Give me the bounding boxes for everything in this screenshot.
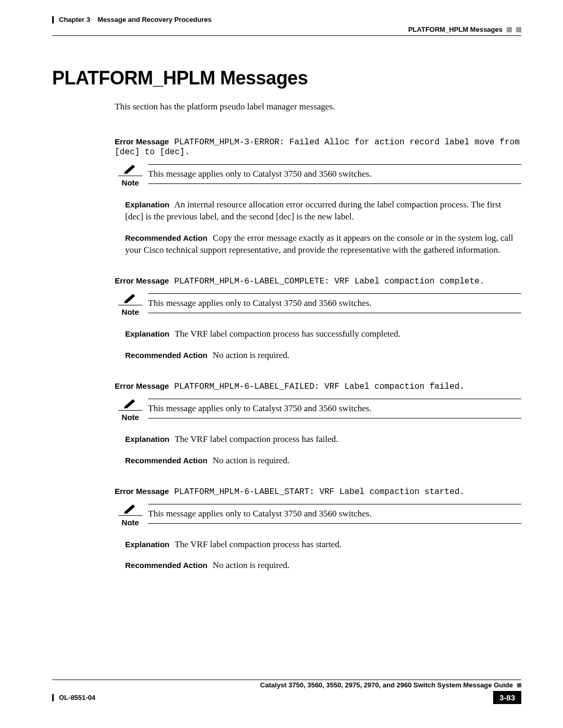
error-message-label: Error Message xyxy=(115,137,169,146)
error-message-line: Error Message PLATFORM_HPLM-3-ERROR: Fai… xyxy=(115,137,521,157)
note-label: Note xyxy=(118,515,142,527)
error-message-label: Error Message xyxy=(115,381,169,390)
footer-guide-title: Catalyst 3750, 3560, 3550, 2975, 2970, a… xyxy=(260,681,513,689)
header-square-icon xyxy=(507,27,512,32)
explanation-para: Explanation An internal resource allocat… xyxy=(125,199,521,223)
error-message-code: PLATFORM_HPLM-6-LABEL_START: VRF Label c… xyxy=(174,487,464,497)
pencil-icon xyxy=(124,164,137,175)
recommended-action-label: Recommended Action xyxy=(125,561,207,570)
note-label: Note xyxy=(118,305,142,316)
explanation-label: Explanation xyxy=(125,200,169,209)
error-message-line: Error Message PLATFORM_HPLM-6-LABEL_FAIL… xyxy=(115,381,521,391)
footer-doc-id: OL-8551-04 xyxy=(59,694,95,701)
running-header: Chapter 3 Message and Recovery Procedure… xyxy=(52,16,521,23)
note-row: Note This message applies only to Cataly… xyxy=(115,164,521,188)
note-text: This message applies only to Catalyst 37… xyxy=(148,399,521,418)
explanation-label: Explanation xyxy=(125,329,169,338)
error-message-code: PLATFORM_HPLM-6-LABEL_FAILED: VRF Label … xyxy=(174,382,464,391)
intro-text: This section has the platform pseudo lab… xyxy=(115,102,521,112)
chapter-title: Message and Recovery Procedures xyxy=(97,16,212,23)
explanation-para: Explanation The VRF label compaction pro… xyxy=(125,328,521,340)
note-text: This message applies only to Catalyst 37… xyxy=(148,164,521,184)
error-message-label: Error Message xyxy=(115,487,169,496)
explanation-para: Explanation The VRF label compaction pro… xyxy=(125,539,521,551)
explanation-text: The VRF label compaction process has fai… xyxy=(175,434,338,444)
header-rule xyxy=(52,16,54,23)
note-row: Note This message applies only to Cataly… xyxy=(115,293,521,317)
explanation-text: The VRF label compaction process has sta… xyxy=(175,539,341,549)
pencil-icon xyxy=(124,504,137,514)
recommended-action-label: Recommended Action xyxy=(125,351,207,360)
message-block: Error Message PLATFORM_HPLM-3-ERROR: Fai… xyxy=(115,137,521,256)
page-footer: Catalyst 3750, 3560, 3550, 2975, 2970, a… xyxy=(52,680,521,704)
pencil-icon xyxy=(124,293,137,304)
message-block: Error Message PLATFORM_HPLM-6-LABEL_FAIL… xyxy=(115,381,521,467)
recommended-action-label: Recommended Action xyxy=(125,233,207,242)
recommended-action-para: Recommended Action No action is required… xyxy=(125,350,521,362)
error-message-line: Error Message PLATFORM_HPLM-6-LABEL_STAR… xyxy=(115,487,521,497)
recommended-action-para: Recommended Action No action is required… xyxy=(125,455,521,467)
footer-rule xyxy=(52,694,54,701)
recommended-action-text: No action is required. xyxy=(213,350,289,360)
recommended-action-para: Recommended Action Copy the error messag… xyxy=(125,232,521,256)
section-title: PLATFORM_HPLM Messages xyxy=(408,26,503,33)
message-block: Error Message PLATFORM_HPLM-6-LABEL_STAR… xyxy=(115,487,521,572)
pencil-icon xyxy=(124,399,137,409)
recommended-action-para: Recommended Action No action is required… xyxy=(125,560,521,572)
recommended-action-label: Recommended Action xyxy=(125,456,207,465)
note-row: Note This message applies only to Cataly… xyxy=(115,504,521,527)
error-message-code: PLATFORM_HPLM-6-LABEL_COMPLETE: VRF Labe… xyxy=(174,277,484,286)
recommended-action-text: No action is required. xyxy=(213,560,289,570)
note-label: Note xyxy=(118,410,142,422)
footer-square-icon xyxy=(517,683,521,687)
explanation-label: Explanation xyxy=(125,540,169,549)
message-block: Error Message PLATFORM_HPLM-6-LABEL_COMP… xyxy=(115,276,521,362)
note-label: Note xyxy=(118,176,142,187)
error-message-code: PLATFORM_HPLM-3-ERROR: Failed Alloc for … xyxy=(115,138,520,157)
page-number-badge: 3-83 xyxy=(493,691,521,704)
recommended-action-text: No action is required. xyxy=(213,455,289,465)
header-square-icon xyxy=(516,27,521,32)
note-text: This message applies only to Catalyst 37… xyxy=(148,293,521,313)
page-title: PLATFORM_HPLM Messages xyxy=(52,67,521,89)
section-header-row: PLATFORM_HPLM Messages xyxy=(52,26,521,36)
chapter-number: Chapter 3 xyxy=(59,16,90,23)
note-row: Note This message applies only to Cataly… xyxy=(115,399,521,422)
explanation-label: Explanation xyxy=(125,435,169,443)
error-message-label: Error Message xyxy=(115,276,169,285)
error-message-line: Error Message PLATFORM_HPLM-6-LABEL_COMP… xyxy=(115,276,521,286)
explanation-para: Explanation The VRF label compaction pro… xyxy=(125,434,521,446)
note-text: This message applies only to Catalyst 37… xyxy=(148,504,521,524)
explanation-text: An internal resource allocation error oc… xyxy=(125,200,501,221)
explanation-text: The VRF label compaction process has suc… xyxy=(175,329,400,339)
